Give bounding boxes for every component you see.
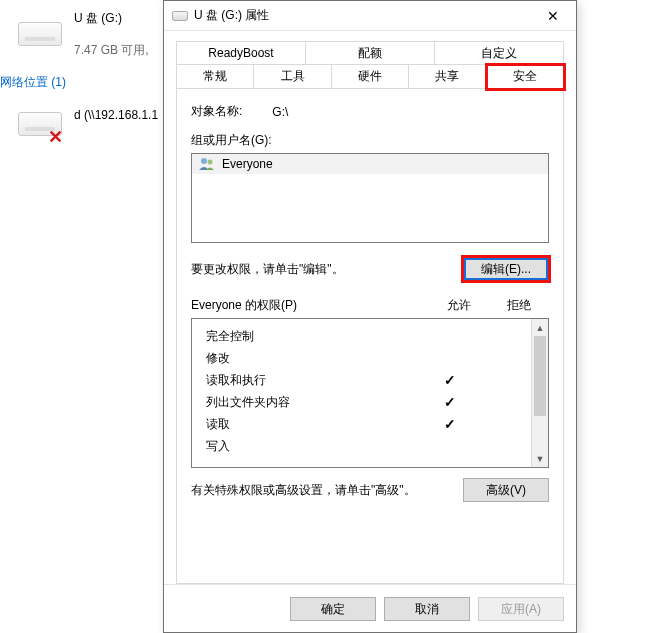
group-user-list[interactable]: Everyone	[191, 153, 549, 243]
svg-point-1	[208, 160, 213, 165]
permission-row[interactable]: 修改	[206, 347, 531, 369]
permission-name: 完全控制	[206, 328, 423, 345]
tab-sharing[interactable]: 共享	[409, 65, 486, 89]
drive-icon	[172, 11, 188, 21]
permission-name: 写入	[206, 438, 423, 455]
scrollbar[interactable]: ▲ ▼	[531, 319, 548, 467]
permission-name: 读取和执行	[206, 372, 423, 389]
tab-quota[interactable]: 配额	[306, 41, 435, 65]
ok-button[interactable]: 确定	[290, 597, 376, 621]
column-allow: 允许	[429, 297, 489, 314]
permissions-list: 完全控制修改读取和执行✓列出文件夹内容✓读取✓写入 ▲ ▼	[191, 318, 549, 468]
edit-hint: 要更改权限，请单击"编辑"。	[191, 261, 344, 278]
apply-button[interactable]: 应用(A)	[478, 597, 564, 621]
permissions-for-label: Everyone 的权限(P)	[191, 297, 429, 314]
permission-row[interactable]: 写入	[206, 435, 531, 457]
bg-net-header[interactable]: 网络位置 (1)	[0, 74, 66, 91]
permission-row[interactable]: 完全控制	[206, 325, 531, 347]
allow-mark: ✓	[423, 394, 477, 410]
advanced-hint: 有关特殊权限或高级设置，请单击"高级"。	[191, 482, 416, 499]
close-button[interactable]: ✕	[530, 1, 576, 31]
permission-row[interactable]: 读取✓	[206, 413, 531, 435]
object-name-label: 对象名称:	[191, 103, 242, 120]
titlebar[interactable]: U 盘 (G:) 属性 ✕	[164, 1, 576, 31]
cancel-button[interactable]: 取消	[384, 597, 470, 621]
scroll-up-button[interactable]: ▲	[532, 319, 548, 336]
tab-readyboost[interactable]: ReadyBoost	[177, 41, 306, 65]
bg-net-item[interactable]: d (\\192.168.1.1	[74, 108, 158, 122]
scroll-down-button[interactable]: ▼	[532, 450, 548, 467]
bg-drive-free: 7.47 GB 可用,	[74, 42, 149, 59]
tab-tools[interactable]: 工具	[254, 65, 331, 89]
object-name-value: G:\	[272, 105, 288, 119]
bg-drive-label: U 盘 (G:)	[74, 10, 122, 27]
tab-customize[interactable]: 自定义	[435, 41, 564, 65]
groups-label: 组或用户名(G):	[191, 132, 549, 149]
permission-row[interactable]: 列出文件夹内容✓	[206, 391, 531, 413]
column-deny: 拒绝	[489, 297, 549, 314]
tab-panel-security: 对象名称: G:\ 组或用户名(G): Everyone 要更改权限，请单击"编…	[176, 89, 564, 584]
tab-strip: ReadyBoost 配额 自定义 常规 工具 硬件 共享 安全	[164, 31, 576, 89]
tab-security[interactable]: 安全	[487, 65, 564, 89]
edit-button[interactable]: 编辑(E)...	[463, 257, 549, 281]
network-drive-icon: ✕	[18, 112, 62, 136]
scroll-thumb[interactable]	[534, 336, 546, 416]
window-title: U 盘 (G:) 属性	[194, 7, 530, 24]
permission-name: 读取	[206, 416, 423, 433]
permission-name: 列出文件夹内容	[206, 394, 423, 411]
properties-dialog: U 盘 (G:) 属性 ✕ ReadyBoost 配额 自定义 常规 工具 硬件…	[163, 0, 577, 633]
dialog-button-row: 确定 取消 应用(A)	[164, 584, 576, 632]
permission-name: 修改	[206, 350, 423, 367]
tab-hardware[interactable]: 硬件	[332, 65, 409, 89]
group-icon	[198, 157, 216, 171]
allow-mark: ✓	[423, 416, 477, 432]
advanced-button[interactable]: 高级(V)	[463, 478, 549, 502]
scroll-track[interactable]	[532, 336, 548, 450]
disconnected-x-icon: ✕	[48, 126, 63, 148]
list-item[interactable]: Everyone	[192, 154, 548, 174]
allow-mark: ✓	[423, 372, 477, 388]
tab-general[interactable]: 常规	[177, 65, 254, 89]
permission-row[interactable]: 读取和执行✓	[206, 369, 531, 391]
svg-point-0	[201, 158, 207, 164]
group-name: Everyone	[222, 157, 273, 171]
drive-icon	[18, 22, 62, 46]
